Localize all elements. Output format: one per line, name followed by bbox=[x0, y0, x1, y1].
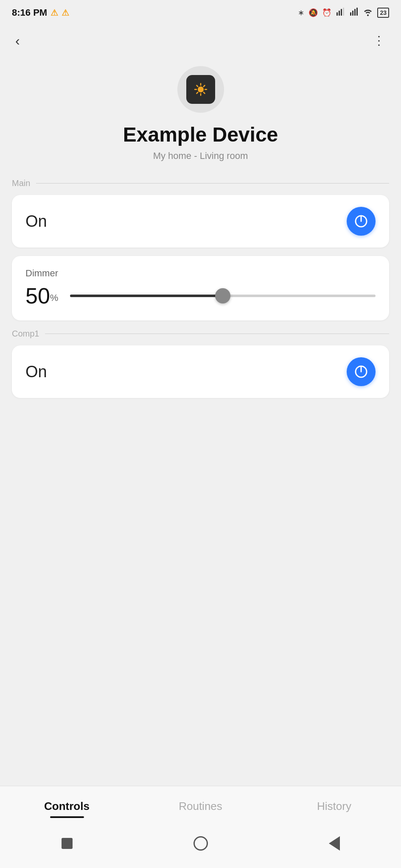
recent-apps-icon bbox=[62, 838, 73, 849]
main-content: Main On Dimmer 50% bbox=[0, 178, 401, 786]
comp1-divider bbox=[45, 334, 389, 334]
bottom-tab-bar: Controls Routines History bbox=[0, 786, 401, 868]
device-icon-inner bbox=[186, 75, 215, 104]
comp1-power-button[interactable] bbox=[347, 357, 376, 386]
dimmer-unit: % bbox=[50, 292, 59, 303]
comp1-power-icon bbox=[354, 364, 368, 379]
slider-fill bbox=[70, 295, 223, 297]
warning-icon-2: ⚠ bbox=[62, 8, 69, 18]
device-header: Example Device My home - Living room bbox=[0, 58, 401, 178]
tab-controls-underline bbox=[50, 816, 84, 818]
dimmer-title: Dimmer bbox=[25, 268, 376, 279]
svg-point-8 bbox=[198, 86, 204, 92]
system-navigation bbox=[0, 823, 401, 868]
tab-routines[interactable]: Routines bbox=[134, 796, 267, 816]
svg-rect-3 bbox=[343, 8, 344, 16]
device-location: My home - Living room bbox=[153, 150, 248, 161]
svg-line-14 bbox=[203, 92, 205, 94]
tab-history[interactable]: History bbox=[267, 796, 401, 816]
slider-track bbox=[70, 295, 376, 297]
back-nav-icon bbox=[329, 836, 340, 851]
status-time: 8:16 PM bbox=[12, 7, 47, 18]
svg-rect-2 bbox=[341, 9, 342, 16]
tab-controls[interactable]: Controls bbox=[0, 796, 134, 816]
device-name: Example Device bbox=[123, 123, 278, 146]
svg-rect-4 bbox=[350, 12, 351, 16]
battery-icon: 23 bbox=[377, 8, 389, 18]
svg-rect-5 bbox=[352, 11, 353, 16]
home-button[interactable] bbox=[188, 831, 213, 856]
dimmer-row: 50% bbox=[25, 283, 376, 309]
comp1-label-text: Comp1 bbox=[12, 329, 39, 339]
main-divider bbox=[36, 183, 389, 184]
tabs-row: Controls Routines History bbox=[0, 786, 401, 823]
status-left: 8:16 PM ⚠ ⚠ bbox=[12, 7, 69, 18]
back-nav-button[interactable] bbox=[322, 831, 347, 856]
svg-line-16 bbox=[196, 92, 198, 94]
main-power-row: On bbox=[25, 207, 376, 236]
main-power-button[interactable] bbox=[347, 207, 376, 236]
back-button[interactable]: ‹ bbox=[12, 31, 23, 51]
comp1-power-state: On bbox=[25, 363, 47, 381]
mute-icon: 🔕 bbox=[308, 8, 318, 17]
main-label-text: Main bbox=[12, 178, 30, 188]
comp1-section-label: Comp1 bbox=[0, 329, 401, 339]
main-section-label: Main bbox=[0, 178, 401, 188]
svg-rect-7 bbox=[356, 8, 358, 16]
signal-icon-2 bbox=[349, 7, 359, 19]
more-menu-button[interactable]: ⋮ bbox=[370, 31, 389, 50]
svg-line-13 bbox=[196, 86, 198, 87]
dimmer-card: Dimmer 50% bbox=[12, 256, 389, 320]
alarm-icon: ⏰ bbox=[322, 8, 331, 17]
tab-history-label: History bbox=[317, 800, 351, 812]
slider-thumb[interactable] bbox=[215, 288, 230, 303]
power-icon bbox=[354, 214, 368, 228]
top-navigation: ‹ ⋮ bbox=[0, 24, 401, 58]
status-right: ∗ 🔕 ⏰ 23 bbox=[298, 7, 389, 19]
sun-device-icon bbox=[193, 82, 208, 97]
comp1-power-row: On bbox=[25, 357, 376, 386]
recent-apps-button[interactable] bbox=[54, 831, 80, 856]
svg-rect-6 bbox=[354, 9, 356, 16]
svg-rect-1 bbox=[339, 11, 340, 16]
main-power-card: On bbox=[12, 195, 389, 248]
tab-controls-label: Controls bbox=[44, 800, 90, 812]
home-icon bbox=[193, 836, 208, 851]
dimmer-value: 50 bbox=[25, 284, 50, 308]
dimmer-value-container: 50% bbox=[25, 283, 58, 309]
comp1-power-card: On bbox=[12, 345, 389, 398]
status-bar: 8:16 PM ⚠ ⚠ ∗ 🔕 ⏰ 23 bbox=[0, 0, 401, 24]
device-icon-circle bbox=[177, 66, 224, 113]
dimmer-slider-container[interactable] bbox=[70, 287, 376, 304]
svg-line-15 bbox=[203, 86, 205, 87]
main-power-state: On bbox=[25, 212, 47, 231]
bluetooth-icon: ∗ bbox=[298, 8, 304, 17]
signal-icon-1 bbox=[336, 7, 345, 19]
wifi-icon bbox=[363, 8, 373, 18]
tab-routines-label: Routines bbox=[179, 800, 222, 812]
svg-rect-0 bbox=[337, 12, 338, 16]
warning-icon-1: ⚠ bbox=[50, 8, 58, 18]
